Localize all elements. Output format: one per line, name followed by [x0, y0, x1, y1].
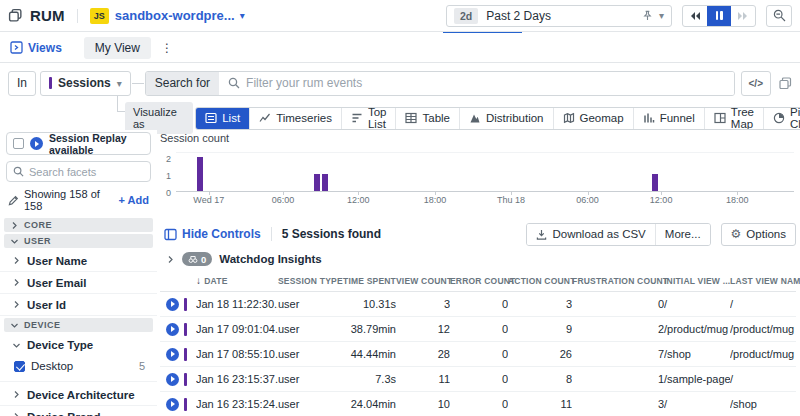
geomap-icon — [563, 112, 575, 124]
x-axis-tick-label: 12:00 — [650, 195, 673, 205]
play-session-button[interactable] — [166, 323, 179, 336]
edit-facets-icon[interactable] — [8, 195, 19, 206]
play-session-button[interactable] — [166, 373, 179, 386]
session-replay-filter[interactable]: Session Replay available — [6, 132, 151, 155]
facet-device-architecture[interactable]: Device Architecture — [0, 384, 157, 406]
x-axis-tick-label: 06:00 — [272, 195, 295, 205]
download-csv-button[interactable]: Download as CSV — [527, 224, 654, 245]
app-grip-icon[interactable] — [8, 8, 23, 23]
visualize-option-label: List — [222, 112, 240, 124]
column-header-error-count[interactable]: ERROR COUNT — [450, 276, 508, 286]
session-replay-play-icon — [30, 137, 43, 150]
facet-user-email[interactable]: User Email — [0, 272, 157, 294]
add-facet-button[interactable]: + Add — [119, 194, 149, 206]
options-button[interactable]: ⚙ Options — [721, 223, 796, 246]
kebab-menu-icon[interactable]: ⋮ — [161, 41, 173, 55]
divider — [271, 227, 272, 241]
column-header-date[interactable]: ↓DATE — [196, 275, 278, 286]
cell-date: Jan 16 23:15:24.050 — [196, 398, 278, 410]
column-header-session-type[interactable]: SESSION TYPE — [278, 276, 340, 286]
visualize-timeseries[interactable]: Timeseries — [249, 108, 341, 129]
visualize-distribution[interactable]: Distribution — [459, 108, 553, 129]
visualize-tree-map[interactable]: Tree Map — [704, 108, 763, 129]
session-count-bar[interactable] — [314, 174, 320, 191]
facet-user-name[interactable]: User Name — [0, 250, 157, 272]
table-row[interactable]: Jan 17 08:55:10.112user44.44min280267/sh… — [160, 342, 796, 367]
visualize-option-label: Pie Chart — [790, 107, 800, 130]
session-replay-checkbox[interactable] — [13, 138, 24, 149]
column-header-last-view-name[interactable]: LAST VIEW NAME — [730, 276, 800, 286]
table-row[interactable]: Jan 18 11:22:30.179user10.31s3030// — [160, 292, 796, 317]
scope-label: Sessions — [58, 76, 111, 90]
visualize-top-list[interactable]: Top List — [341, 108, 396, 129]
time-range-picker[interactable]: 2d Past 2 Days ▾ — [446, 5, 672, 27]
event-scope-select[interactable]: Sessions ▾ — [40, 71, 131, 96]
session-count-bar[interactable] — [652, 174, 658, 191]
application-selector[interactable]: sandbox-wordpre... — [115, 8, 235, 23]
visualize-option-label: Geomap — [580, 112, 624, 124]
views-menu-button[interactable]: Views — [10, 41, 62, 55]
chevron-down-icon[interactable]: ▾ — [659, 10, 664, 21]
chevron-down-icon — [12, 341, 21, 350]
cell-frustration-count: 2 — [572, 323, 664, 335]
main-content: Session count 210 Wed 1706:0012:0018:00T… — [160, 130, 796, 416]
column-header-time-spent[interactable]: TIME SPENT — [340, 276, 396, 286]
play-session-button[interactable] — [166, 298, 179, 311]
cell-view-count: 3 — [396, 298, 450, 310]
facet-section-device[interactable]: DEVICE — [4, 318, 153, 332]
chevron-down-icon: ▾ — [117, 78, 122, 89]
visualize-pie-chart[interactable]: Pie Chart — [763, 108, 800, 129]
facet-value-checkbox[interactable] — [14, 361, 25, 372]
visualize-table[interactable]: Table — [395, 108, 459, 129]
pin-icon[interactable] — [642, 10, 653, 21]
time-range-badge: 2d — [454, 8, 478, 24]
tab-my-view[interactable]: My View — [84, 37, 151, 59]
session-indicator — [184, 373, 187, 386]
facet-value-desktop[interactable]: Desktop5 — [0, 356, 157, 376]
cell-frustration-count: 7 — [572, 348, 664, 360]
x-axis-tick-label: 06:00 — [576, 195, 599, 205]
facet-search-input[interactable] — [29, 166, 144, 178]
play-session-button[interactable] — [166, 348, 179, 361]
table-row[interactable]: Jan 17 09:01:04.139user38.79min12092/pro… — [160, 317, 796, 342]
facet-user-id[interactable]: User Id — [0, 294, 157, 316]
facet-section-user[interactable]: USER — [4, 234, 153, 248]
js-app-badge: JS — [90, 8, 109, 24]
visualize-funnel[interactable]: Funnel — [633, 108, 704, 129]
in-label: In — [8, 71, 36, 96]
copy-icon[interactable] — [779, 77, 792, 90]
zoom-out-button[interactable] — [766, 5, 792, 27]
visualize-geomap[interactable]: Geomap — [553, 108, 633, 129]
facet-section-core[interactable]: CORE — [4, 218, 153, 232]
facet-device-type[interactable]: Device Type — [0, 334, 157, 356]
facet-device-brand[interactable]: Device Brand — [0, 406, 157, 416]
table-row[interactable]: Jan 16 23:15:37.163user7.3s11081/sample-… — [160, 367, 796, 392]
facet-label: User Name — [27, 255, 87, 267]
column-header-frustration-count[interactable]: FRUSTRATION COUNT — [572, 276, 664, 286]
more-button[interactable]: More... — [655, 224, 710, 245]
table-icon — [405, 112, 417, 124]
cell-last-view: / — [730, 298, 796, 310]
chevron-right-icon — [12, 278, 21, 287]
session-count-bar[interactable] — [322, 174, 328, 191]
facet-count-label: Showing 158 of 158 — [24, 188, 114, 212]
panel-icon — [164, 228, 177, 241]
column-header-view-count[interactable]: VIEW COUNT — [396, 276, 450, 286]
session-count-bar[interactable] — [197, 157, 203, 191]
column-header-initial-view[interactable]: INITIAL VIEW ... — [664, 276, 730, 286]
column-header-action-count[interactable]: ACTION COUNT — [508, 276, 572, 286]
cell-initial-view: /product/mug — [664, 323, 730, 335]
hide-controls-button[interactable]: Hide Controls — [164, 227, 261, 241]
time-backward-button[interactable] — [683, 6, 707, 26]
query-syntax-button[interactable]: </> — [741, 71, 771, 96]
watchdog-insights-toggle[interactable]: 0 Watchdog Insights — [166, 252, 322, 266]
time-forward-button[interactable] — [731, 6, 755, 26]
table-row[interactable]: Jan 16 23:15:24.050user24.04min100113//s… — [160, 392, 796, 416]
facet-sections: COREUSERUser NameUser EmailUser IdDEVICE… — [0, 218, 157, 416]
pause-live-button[interactable] — [707, 6, 731, 26]
chart-plot-area[interactable]: 210 — [176, 152, 794, 192]
play-session-button[interactable] — [166, 398, 179, 411]
search-input[interactable] — [246, 72, 733, 95]
gear-icon: ⚙ — [731, 227, 742, 241]
visualize-list[interactable]: List — [196, 108, 249, 129]
